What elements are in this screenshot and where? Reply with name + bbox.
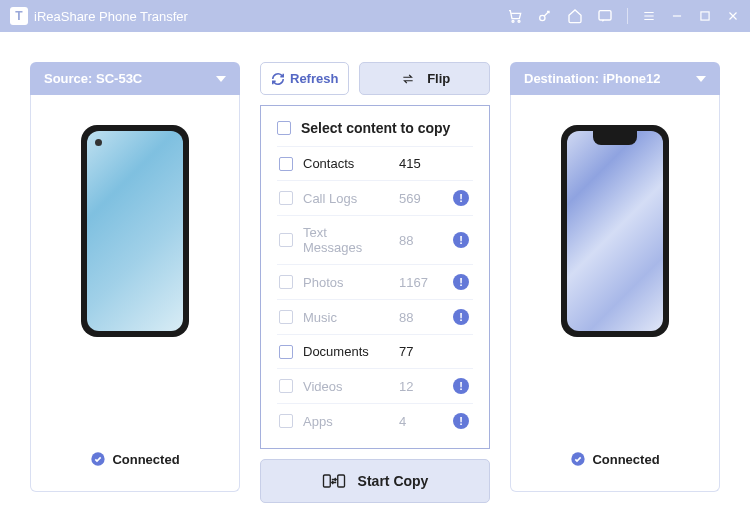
content-checkbox — [279, 310, 293, 324]
menu-icon[interactable] — [642, 9, 656, 23]
content-checkbox[interactable] — [279, 345, 293, 359]
content-label: Text Messages — [303, 225, 389, 255]
content-checkbox[interactable] — [279, 157, 293, 171]
refresh-label: Refresh — [290, 71, 338, 86]
warning-icon: ! — [453, 232, 469, 248]
destination-phone-image — [561, 125, 669, 337]
svg-point-0 — [512, 20, 514, 22]
content-checkbox — [279, 191, 293, 205]
content-row: Call Logs569! — [277, 180, 473, 215]
close-icon[interactable] — [726, 9, 740, 23]
app-logo: T — [10, 7, 28, 25]
select-all-label: Select content to copy — [301, 120, 450, 136]
content-warn: ! — [453, 413, 471, 429]
home-icon[interactable] — [567, 8, 583, 24]
warning-icon: ! — [453, 274, 469, 290]
refresh-button[interactable]: Refresh — [260, 62, 349, 95]
check-circle-icon — [90, 451, 106, 467]
content-row: Music88! — [277, 299, 473, 334]
svg-rect-7 — [337, 475, 344, 487]
content-checkbox — [279, 414, 293, 428]
warning-icon: ! — [453, 413, 469, 429]
feedback-icon[interactable] — [597, 8, 613, 24]
warning-icon: ! — [453, 378, 469, 394]
key-icon[interactable] — [537, 8, 553, 24]
chevron-down-icon — [216, 76, 226, 82]
content-warn: ! — [453, 309, 471, 325]
content-warn: ! — [453, 190, 471, 206]
destination-header[interactable]: Destination: iPhone12 — [510, 62, 720, 95]
content-count: 12 — [399, 379, 443, 394]
source-header[interactable]: Source: SC-53C — [30, 62, 240, 95]
svg-rect-4 — [701, 12, 709, 20]
content-label: Contacts — [303, 156, 389, 171]
content-selection-box: Select content to copy Contacts415Call L… — [260, 105, 490, 449]
destination-status: Connected — [570, 451, 659, 467]
flip-label: Flip — [427, 71, 450, 86]
maximize-icon[interactable] — [698, 9, 712, 23]
content-count: 569 — [399, 191, 443, 206]
content-label: Apps — [303, 414, 389, 429]
start-copy-label: Start Copy — [358, 473, 429, 489]
start-copy-button[interactable]: Start Copy — [260, 459, 490, 503]
source-panel: Source: SC-53C Connected — [30, 62, 240, 492]
source-phone-image — [81, 125, 189, 337]
content-row[interactable]: Documents77 — [277, 334, 473, 368]
source-status-text: Connected — [112, 452, 179, 467]
select-all-checkbox[interactable] — [277, 121, 291, 135]
content-warn: ! — [453, 378, 471, 394]
content-checkbox — [279, 233, 293, 247]
content-count: 1167 — [399, 275, 443, 290]
divider — [627, 8, 628, 24]
content-count: 88 — [399, 310, 443, 325]
content-row: Photos1167! — [277, 264, 473, 299]
destination-body: Connected — [510, 95, 720, 492]
content-row: Apps4! — [277, 403, 473, 438]
titlebar: T iReaShare Phone Transfer — [0, 0, 750, 32]
swap-icon — [399, 72, 417, 86]
chevron-down-icon — [696, 76, 706, 82]
content-count: 4 — [399, 414, 443, 429]
svg-point-1 — [518, 20, 520, 22]
content-count: 88 — [399, 233, 443, 248]
window-controls — [507, 8, 740, 24]
cart-icon[interactable] — [507, 8, 523, 24]
content-checkbox — [279, 275, 293, 289]
select-all-row[interactable]: Select content to copy — [277, 120, 473, 142]
content-label: Music — [303, 310, 389, 325]
content-count: 415 — [399, 156, 443, 171]
app-title: iReaShare Phone Transfer — [34, 9, 507, 24]
content-list: Contacts415Call Logs569!Text Messages88!… — [277, 146, 473, 438]
source-status: Connected — [90, 451, 179, 467]
svg-rect-3 — [599, 11, 611, 20]
content-label: Call Logs — [303, 191, 389, 206]
transfer-icon — [322, 472, 346, 490]
content-label: Videos — [303, 379, 389, 394]
source-label: Source: SC-53C — [44, 71, 142, 86]
minimize-icon[interactable] — [670, 9, 684, 23]
destination-panel: Destination: iPhone12 Connected — [510, 62, 720, 492]
svg-point-2 — [540, 15, 545, 20]
content-warn: ! — [453, 232, 471, 248]
content-row[interactable]: Contacts415 — [277, 146, 473, 180]
svg-rect-6 — [323, 475, 330, 487]
destination-status-text: Connected — [592, 452, 659, 467]
check-circle-icon — [570, 451, 586, 467]
middle-panel: Refresh Flip Select content to copy Cont… — [260, 62, 490, 492]
warning-icon: ! — [453, 190, 469, 206]
content-checkbox — [279, 379, 293, 393]
flip-button[interactable]: Flip — [359, 62, 490, 95]
content-label: Documents — [303, 344, 389, 359]
content-label: Photos — [303, 275, 389, 290]
refresh-icon — [271, 72, 285, 86]
main-content: Source: SC-53C Connected Refresh Flip — [0, 32, 750, 510]
content-row: Text Messages88! — [277, 215, 473, 264]
top-buttons: Refresh Flip — [260, 62, 490, 95]
warning-icon: ! — [453, 309, 469, 325]
content-warn: ! — [453, 274, 471, 290]
content-count: 77 — [399, 344, 443, 359]
content-row: Videos12! — [277, 368, 473, 403]
destination-label: Destination: iPhone12 — [524, 71, 661, 86]
source-body: Connected — [30, 95, 240, 492]
